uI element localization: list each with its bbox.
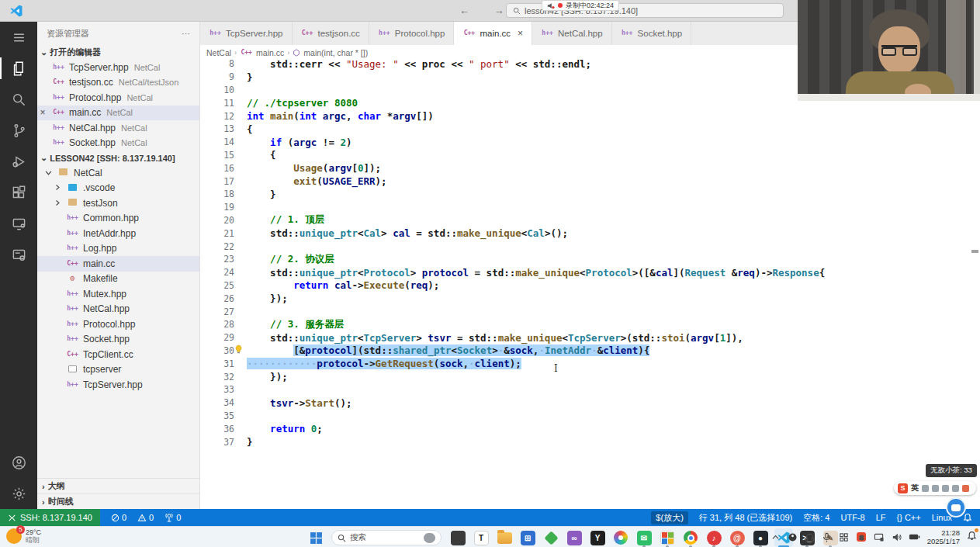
search-view-icon[interactable]	[0, 84, 37, 115]
code-line-15[interactable]: 15 {	[200, 149, 971, 162]
remote-indicator[interactable]: SSH: 8.137.19.140	[0, 509, 100, 526]
code-line-25[interactable]: 25 return cal->Execute(req);	[200, 279, 971, 293]
microsoft-store[interactable]: ⊞	[518, 528, 537, 547]
tree-item-NetCal.hpp[interactable]: h++NetCal.hpp	[37, 302, 199, 317]
code-editor[interactable]: 8 std::cerr << "Usage: " << proc << " po…	[200, 57, 971, 509]
code-line-35[interactable]: 35	[200, 410, 971, 423]
outline-section[interactable]: ›大纲	[37, 478, 199, 493]
code-line-31[interactable]: 31············protocol->GetRequest(sock,…	[200, 357, 971, 370]
breadcrumb-folder[interactable]: NetCal	[206, 48, 231, 57]
ime-tray-icon[interactable]	[839, 532, 849, 542]
pinned-app-typora[interactable]: T	[472, 528, 490, 547]
code-line-29[interactable]: 29 std::unique_ptr<TcpServer> tsvr = std…	[200, 331, 971, 344]
code-line-27[interactable]: 27	[200, 305, 971, 318]
tree-item-TcpServer.hpp[interactable]: h++TcpServer.hpp	[37, 377, 199, 393]
language-mode[interactable]: {} C++	[897, 513, 921, 522]
open-editor-Protocol.hpp[interactable]: h++Protocol.hppNetCal	[37, 90, 199, 106]
pinned-app-diamond[interactable]	[542, 528, 560, 547]
tree-item-Common.hpp[interactable]: h++Common.hpp	[37, 211, 199, 227]
problems-warnings[interactable]: 0	[137, 513, 154, 522]
timeline-section[interactable]: ›时间线	[37, 493, 199, 509]
problems-errors[interactable]: 0	[111, 513, 126, 522]
pinned-app-grid[interactable]	[658, 528, 677, 547]
source-control-icon[interactable]	[0, 115, 37, 146]
start-button[interactable]	[307, 529, 324, 546]
code-line-26[interactable]: 26 });	[200, 292, 971, 305]
remote-explorer-icon[interactable]	[0, 208, 37, 239]
code-line-28[interactable]: 28 // 3. 服务器层	[200, 318, 971, 331]
ime-skin-icon[interactable]	[952, 485, 959, 492]
forwarded-ports[interactable]: 0	[164, 513, 181, 522]
code-line-17[interactable]: 17 exit(USAGE_ERR);	[200, 175, 971, 188]
code-line-37[interactable]: 37}	[200, 435, 971, 448]
sogou-tray-icon[interactable]: S	[856, 531, 867, 542]
tab-Socket.hpp[interactable]: h++Socket.hpp	[612, 22, 692, 45]
code-line-23[interactable]: 23 // 2. 协议层	[200, 253, 971, 266]
headset-tray-icon[interactable]	[805, 532, 815, 542]
tree-item-Makefile[interactable]: ⚙Makefile	[37, 272, 199, 287]
sogou-ime-toolbar[interactable]: S 英	[894, 481, 976, 495]
pinned-app-clip[interactable]	[448, 528, 467, 547]
cursor-position[interactable]: 行 31, 列 48 (已选择109)	[699, 512, 792, 524]
chevron-up-tray-icon[interactable]	[770, 532, 781, 542]
code-line-36[interactable]: 36 return 0;	[200, 422, 971, 435]
run-debug-icon[interactable]	[0, 146, 37, 177]
ime-mic-icon[interactable]	[932, 485, 939, 492]
notification-center[interactable]	[967, 530, 977, 544]
code-line-30[interactable]: 30 [&protocol](std::shared_ptr<Socket>·&…	[200, 344, 971, 358]
zoom-status-item[interactable]: $(放大)	[651, 511, 687, 524]
tree-item-.vscode[interactable]: .vscode	[37, 181, 199, 196]
tab-NetCal.hpp[interactable]: h++NetCal.hpp	[532, 22, 612, 45]
tab-main.cc[interactable]: C++main.cc×	[454, 22, 532, 45]
file-explorer[interactable]	[495, 528, 514, 547]
tree-item-Log.hpp[interactable]: h++Log.hpp	[37, 241, 199, 257]
code-line-32[interactable]: 32 });	[200, 370, 971, 383]
pinned-app-y[interactable]: Y	[588, 528, 607, 547]
close-icon[interactable]: ×	[518, 28, 523, 39]
tree-item-TcpClient.cc[interactable]: C++TcpClient.cc	[37, 347, 199, 362]
workspace-header[interactable]: ⌄LESSON42 [SSH: 8.137.19.140]	[37, 151, 199, 165]
open-editor-main.cc[interactable]: ×C++main.ccNetCal	[37, 106, 199, 121]
tree-item-testJson[interactable]: testJson	[37, 196, 199, 211]
code-line-14[interactable]: 14 if (argc != 2)	[200, 136, 971, 149]
encoding[interactable]: UTF-8	[840, 513, 864, 522]
taskbar-search-box[interactable]: 搜索	[331, 530, 442, 545]
code-line-19[interactable]: 19	[200, 201, 971, 214]
extensions-icon[interactable]	[0, 177, 37, 208]
photos[interactable]	[611, 528, 630, 547]
github-desktop[interactable]: ●	[751, 528, 770, 547]
open-editor-Socket.hpp[interactable]: h++Socket.hppNetCal	[37, 136, 199, 151]
scrollbar-marker[interactable]	[971, 250, 978, 253]
open-editor-testjson.cc[interactable]: C++testjson.ccNetCal/testJson	[37, 75, 199, 91]
tab-TcpServer.hpp[interactable]: h++TcpServer.hpp	[200, 22, 293, 45]
code-line-13[interactable]: 13{	[200, 123, 971, 136]
open-editor-TcpServer.hpp[interactable]: h++TcpServer.hppNetCal	[37, 60, 199, 75]
speaker-tray-icon[interactable]	[892, 532, 902, 542]
tree-item-tcpserver[interactable]: tcpserver	[37, 362, 199, 378]
mic-tray-icon[interactable]	[822, 532, 832, 542]
menu-icon[interactable]	[0, 22, 37, 53]
notifications-bell[interactable]	[963, 513, 972, 522]
ime-keyboard-icon[interactable]	[942, 485, 949, 492]
weather-widget[interactable]: 5 29°C晴朗	[6, 528, 41, 544]
netease-music[interactable]: ♪	[705, 528, 723, 547]
code-line-12[interactable]: 12int main(int argc, char *argv[])	[200, 109, 971, 123]
battery-tray-icon[interactable]	[909, 532, 920, 542]
code-line-24[interactable]: 24 std::unique_ptr<Protocol> protocol = …	[200, 266, 971, 279]
visual-studio[interactable]: ∞	[565, 528, 583, 547]
obs-tray-icon[interactable]	[788, 532, 798, 542]
tree-item-main.cc[interactable]: C++main.cc	[37, 256, 199, 272]
close-icon[interactable]: ×	[37, 107, 48, 118]
eol-sequence[interactable]: LF	[876, 513, 886, 522]
chrome[interactable]	[681, 528, 700, 547]
sidebar-more-actions[interactable]: ···	[182, 29, 190, 38]
breadcrumb-symbol[interactable]: main(int, char * [])	[303, 48, 368, 57]
code-line-33[interactable]: 33	[200, 383, 971, 396]
code-line-21[interactable]: 21 std::unique_ptr<Cal> cal = std::make_…	[200, 227, 971, 240]
open-editors-header[interactable]: ⌄打开的编辑器	[37, 45, 199, 60]
tab-Protocol.hpp[interactable]: h++Protocol.hpp	[369, 22, 455, 45]
account-icon[interactable]	[0, 447, 37, 478]
taskbar-clock[interactable]: 21:28 2025/1/17	[927, 528, 960, 545]
tree-item-Socket.hpp[interactable]: h++Socket.hpp	[37, 332, 199, 348]
indentation[interactable]: 空格: 4	[803, 512, 829, 524]
